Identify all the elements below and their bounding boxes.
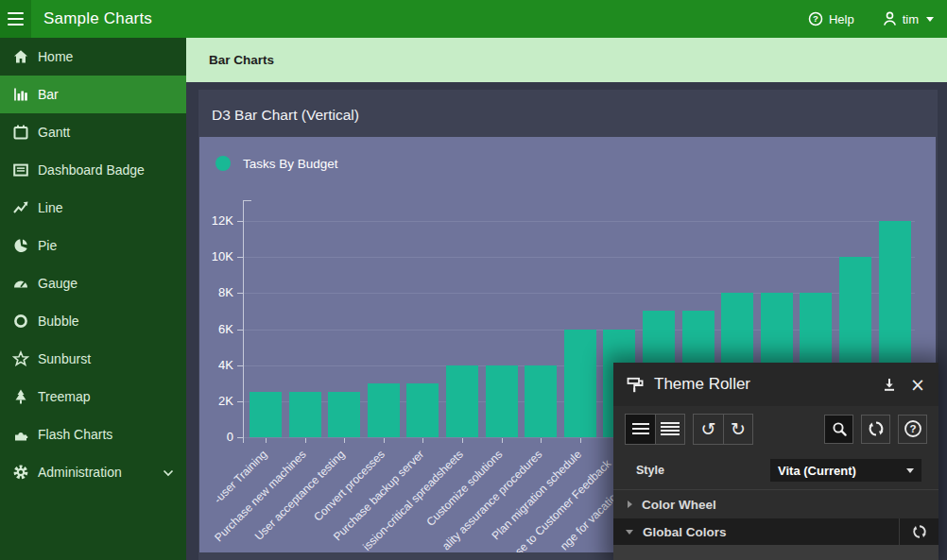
close-icon: × [910, 376, 925, 394]
x-axis-tick [422, 438, 423, 443]
bubble-icon [12, 313, 29, 330]
chevron-down-icon [163, 469, 174, 477]
help-icon: ? [808, 11, 823, 26]
bar[interactable] [446, 365, 478, 437]
svg-text:?: ? [909, 423, 916, 434]
bar[interactable] [406, 383, 439, 437]
redo-icon: ↻ [731, 420, 746, 438]
pie-chart-icon [12, 237, 29, 254]
undo-button[interactable]: ↺ [694, 415, 723, 444]
chevron-down-icon [626, 530, 633, 535]
star-icon [12, 350, 29, 367]
theme-roller-dialog: Theme Roller × ↺ ↻ [613, 363, 938, 560]
list-compact-button[interactable] [626, 415, 655, 444]
dialog-header[interactable]: Theme Roller × [613, 363, 938, 406]
download-button[interactable] [882, 377, 897, 392]
bar[interactable] [564, 330, 596, 438]
x-axis-tick [541, 438, 542, 443]
home-icon [12, 48, 29, 65]
section-color-wheel[interactable]: Color Wheel [613, 489, 938, 518]
y-axis-label: 4K [199, 358, 233, 372]
refresh-button[interactable] [861, 415, 890, 444]
style-label: Style [636, 464, 664, 477]
close-button[interactable]: × [910, 376, 925, 394]
sidebar-item-bubble[interactable]: Bubble [0, 302, 186, 340]
sidebar-item-dashboard-badge[interactable]: Dashboard Badge [0, 151, 186, 189]
user-icon [883, 11, 897, 26]
refresh-icon [911, 523, 928, 540]
top-bar: Sample Charts ? Help tim [0, 0, 947, 38]
menu-toggle-button[interactable] [0, 0, 31, 38]
y-axis-label: 0 [199, 430, 233, 444]
sidebar-item-gantt[interactable]: Gantt [0, 113, 186, 151]
y-axis-cap [243, 200, 251, 201]
gear-icon [12, 464, 29, 481]
sidebar-item-line[interactable]: Line [0, 189, 186, 227]
refresh-icon [867, 419, 886, 438]
bar[interactable] [486, 365, 518, 437]
legend-marker [215, 156, 231, 171]
list-compact-icon [632, 423, 649, 434]
style-row: Style Vita (Current) [613, 451, 938, 489]
help-circle-icon: ? [904, 419, 922, 438]
x-axis-tick [462, 438, 463, 443]
style-select[interactable]: Vita (Current) [770, 459, 921, 482]
chevron-right-icon [628, 501, 632, 508]
bar[interactable] [328, 392, 360, 437]
user-name: tim [903, 12, 919, 26]
bar[interactable] [250, 392, 282, 437]
x-axis-tick [266, 438, 267, 443]
help-label: Help [829, 12, 854, 26]
legend-label: Tasks By Budget [243, 157, 338, 171]
gridline [244, 221, 915, 222]
sidebar-item-flash-charts[interactable]: Flash Charts [0, 416, 186, 453]
sidebar-item-bar[interactable]: Bar [0, 76, 186, 113]
search-button[interactable] [824, 415, 853, 444]
list-detailed-icon [661, 422, 680, 434]
style-select-value: Vita (Current) [778, 464, 856, 478]
badge-icon [12, 161, 29, 178]
x-axis-label: Convert processes [311, 448, 387, 524]
app-title: Sample Charts [43, 9, 152, 28]
gridline [244, 257, 915, 258]
gauge-icon [12, 275, 29, 292]
x-axis-tick [305, 438, 306, 443]
chevron-down-icon [926, 17, 934, 22]
y-axis-label: 12K [199, 213, 233, 228]
sidebar-item-home[interactable]: Home [0, 38, 186, 76]
puzzle-icon [12, 426, 29, 443]
y-axis-label: 10K [199, 249, 233, 263]
y-axis-label: 8K [199, 285, 233, 299]
redo-button[interactable]: ↻ [723, 415, 752, 444]
search-icon [831, 420, 848, 437]
help-button[interactable]: ? Help [808, 11, 854, 26]
svg-text:?: ? [813, 13, 818, 24]
x-axis-tick [384, 438, 385, 443]
sidebar-item-gauge[interactable]: Gauge [0, 264, 186, 302]
chevron-down-icon [906, 468, 914, 473]
sidebar: Home Bar Gantt Dashboard Badge Line Pie … [0, 38, 186, 560]
section-refresh-button[interactable] [899, 518, 938, 545]
dialog-body-strip [613, 545, 938, 560]
undo-icon: ↺ [701, 420, 716, 438]
sidebar-item-administration[interactable]: Administration [0, 453, 186, 491]
help-dialog-button[interactable]: ? [898, 415, 927, 444]
user-menu[interactable]: tim [883, 11, 934, 26]
calendar-icon [12, 124, 29, 141]
panel-title: D3 Bar Chart (Vertical) [198, 90, 938, 124]
bar[interactable] [289, 392, 321, 437]
paint-roller-icon [627, 376, 645, 394]
x-axis-tick [344, 438, 345, 443]
dialog-toolbar: ↺ ↻ ? [613, 406, 938, 451]
bar[interactable] [525, 365, 557, 437]
page-title: Bar Charts [209, 53, 274, 67]
sidebar-item-pie[interactable]: Pie [0, 227, 186, 264]
sidebar-item-sunburst[interactable]: Sunburst [0, 340, 186, 378]
bar[interactable] [368, 383, 400, 437]
list-detailed-button[interactable] [655, 415, 684, 444]
sidebar-item-treemap[interactable]: Treemap [0, 378, 186, 416]
line-chart-icon [12, 199, 29, 216]
breadcrumb: Bar Charts [186, 38, 947, 82]
x-axis-tick [502, 438, 503, 443]
section-global-colors[interactable]: Global Colors [613, 518, 938, 545]
